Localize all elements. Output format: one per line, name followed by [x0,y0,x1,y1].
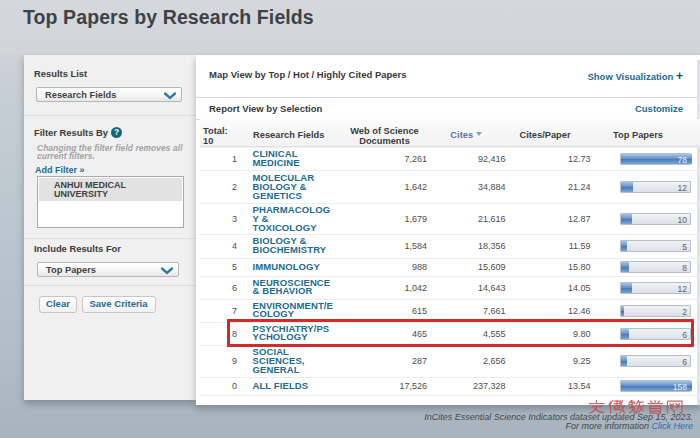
svg-text:?: ? [113,127,118,137]
